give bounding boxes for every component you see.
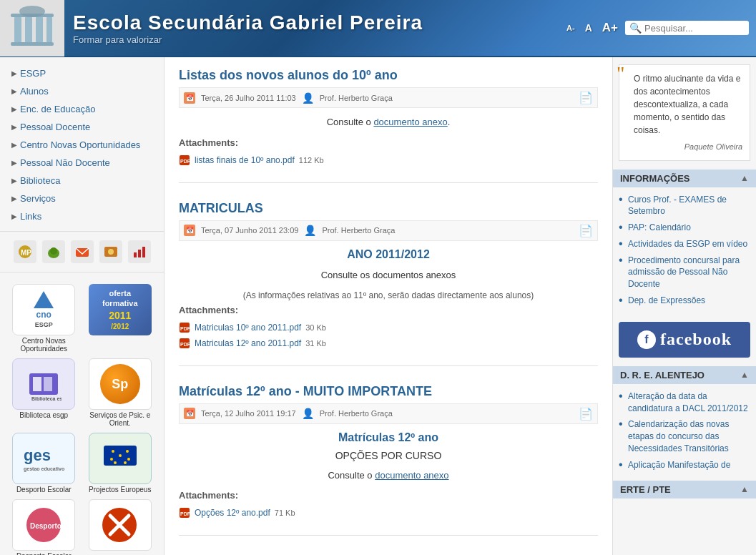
dre-item-1[interactable]: • Calendarização das novas etapas do con… (619, 416, 750, 456)
bullet-icon: • (619, 391, 624, 402)
sidebar-label-pessoal-docente: Pessoal Docente (20, 122, 90, 132)
dre-header[interactable]: D. R. E. ALENTEJO ▲ (613, 366, 756, 384)
sidebar-icon-mail[interactable] (71, 240, 94, 263)
svg-point-24 (119, 454, 122, 457)
dre-item-0-text: Alteração da data da candidatura a DACL … (628, 391, 750, 415)
sidebar-item-alunos[interactable]: ▶ Alunos (0, 82, 164, 100)
sidebar-icon-chart[interactable] (128, 240, 151, 263)
sidebar-item-servicos[interactable]: ▶ Serviços (0, 190, 164, 207)
sidebar: ▶ ESGP ▶ Alunos ▶ Enc. de Educação ▶ Pes… (0, 57, 165, 555)
svg-text:gestao educativo: gestao educativo (24, 466, 64, 472)
doc-link-1[interactable]: documento anexo (373, 117, 447, 127)
svg-rect-14 (134, 252, 137, 257)
article-3-author: Prof. Herberto Graça (320, 409, 393, 418)
sidebar-item-pessoal-nao-docente[interactable]: ▶ Pessoal Não Docente (0, 154, 164, 172)
bullet-icon: • (619, 459, 624, 471)
facebook-label: facebook (660, 330, 732, 349)
header: Escola Secundária Gabriel Pereira Formar… (0, 0, 756, 57)
sidebar-logo-x[interactable] (85, 499, 156, 555)
sidebar-item-biblioteca[interactable]: ▶ Biblioteca (0, 172, 164, 190)
dre-item-2[interactable]: • Aplicação Manifestação de (619, 457, 750, 473)
biblioteca-label: Biblioteca esgp (19, 411, 68, 419)
sidebar-label-biblioteca: Biblioteca (20, 175, 60, 186)
svg-text:PDF: PDF (180, 342, 190, 347)
date-icon-3: 📅 (184, 408, 195, 419)
svg-text:ges: ges (24, 446, 51, 464)
sidebar-item-enc-educacao[interactable]: ▶ Enc. de Educação (0, 100, 164, 118)
article-3-meta: 📅 Terça, 12 Julho 2011 19:17 👤 Prof. Her… (179, 403, 598, 424)
article-2-note: (As informações relativas ao 11º ano, se… (179, 290, 598, 300)
attachment-2-1[interactable]: PDF Matriculas 12º ano 2011.pdf 31 Kb (179, 335, 598, 351)
article-3-subheading: OPÇÕES POR CURSO (179, 450, 598, 461)
svg-rect-16 (142, 247, 145, 257)
dre-item-2-text: Aplicação Manifestação de (628, 459, 730, 471)
font-size-small-button[interactable]: A- (564, 22, 578, 34)
info-item-3[interactable]: • Procedimento concursal para admissão d… (619, 252, 750, 293)
attachment-3-0[interactable]: PDF Opções 12º ano.pdf 71 Kb (179, 505, 598, 521)
search-input[interactable] (644, 23, 745, 34)
desporto-label: Desporto Escolar (16, 552, 72, 555)
svg-text:Biblioteca esgp: Biblioteca esgp (31, 396, 62, 402)
info-item-1[interactable]: • PAP: Calendário (619, 220, 750, 236)
svg-point-25 (112, 450, 114, 453)
svg-point-6 (19, 6, 45, 17)
facebook-link[interactable]: f facebook (619, 322, 750, 358)
header-left: Escola Secundária Gabriel Pereira Formar… (0, 0, 423, 57)
sidebar-item-esgp[interactable]: ▶ ESGP (0, 64, 164, 82)
erte-header[interactable]: ERTE / PTE ▲ (613, 481, 756, 498)
sidebar-icon-mp[interactable]: MP (14, 240, 36, 263)
informacoes-label: INFORMAÇÕES (620, 173, 690, 184)
article-2-body: Consulte os documentos anexos (179, 268, 598, 283)
info-item-0[interactable]: • Curos Prof. - EXAMES de Setembro (619, 192, 750, 220)
info-item-4[interactable]: • Dep. de Expressões (619, 293, 750, 309)
pdf-icon: 📄 (579, 91, 593, 104)
sidebar-logo-desporto[interactable]: Desporto Desporto Escolar (9, 499, 79, 555)
sidebar-label-links: Links (20, 211, 41, 222)
attachments-label-2: Attachments: (179, 305, 598, 315)
attachment-3-0-size: 71 Kb (275, 509, 295, 517)
sidebar-item-centro-novas-oportunidades[interactable]: ▶ Centro Novas Oportunidades (0, 136, 164, 154)
article-1-title[interactable]: Listas dos novos alunos do 10º ano (179, 68, 598, 83)
sidebar-item-links[interactable]: ▶ Links (0, 207, 164, 225)
date-icon: 📅 (184, 92, 195, 104)
sidebar-logo-oferta[interactable]: oferta formativa 2011 /2012 (85, 284, 156, 353)
svg-rect-15 (138, 250, 141, 257)
article-1: Listas dos novos alunos do 10º ano 📅 Ter… (179, 68, 598, 183)
info-item-3-text: Procedimento concursal para admissão de … (628, 255, 750, 290)
article-2-title[interactable]: MATRICULAS (179, 201, 598, 216)
sidebar-logos: cno ESGP Centro Novas Oportunidades ofer… (0, 278, 164, 555)
attachment-1-0[interactable]: PDF listas finais de 10º ano.pdf 112 Kb (179, 152, 598, 168)
attachment-2-1-name: Matriculas 12º ano 2011.pdf (195, 338, 301, 348)
sidebar-logo-projectos[interactable]: Projectos Europeus (85, 433, 156, 493)
sidebar-logo-cno[interactable]: cno ESGP Centro Novas Oportunidades (9, 284, 79, 353)
section-collapse-icon-3: ▲ (740, 484, 749, 494)
svg-rect-1 (14, 17, 21, 42)
doc-link-3[interactable]: documento anexo (375, 470, 448, 481)
quote-mark-icon: " (617, 64, 624, 84)
svg-point-13 (108, 249, 114, 255)
article-3-title[interactable]: Matrículas 12º ano - MUITO IMPORTANTE (179, 384, 598, 399)
sidebar-logo-ges[interactable]: ges gestao educativo Desporto Escolar (9, 433, 79, 493)
svg-point-27 (110, 458, 113, 461)
article-1-body: Consulte o documento anexo. (179, 115, 598, 130)
font-size-medium-button[interactable]: A (582, 21, 595, 35)
date-icon-2: 📅 (184, 225, 195, 236)
section-collapse-icon: ▲ (740, 173, 749, 183)
font-size-large-button[interactable]: A+ (599, 19, 621, 36)
dre-item-0[interactable]: • Alteração da data da candidatura a DAC… (619, 388, 750, 417)
article-2-heading: ANO 2011/2012 (179, 248, 598, 261)
sidebar-icons-row: MP (0, 231, 164, 272)
sidebar-label-servicos: Serviços (20, 193, 56, 204)
sidebar-item-pessoal-docente[interactable]: ▶ Pessoal Docente (0, 118, 164, 136)
article-3-heading: Matrículas 12º ano (179, 431, 598, 444)
sidebar-logo-biblioteca[interactable]: Biblioteca esgp Biblioteca esgp (9, 358, 79, 427)
svg-rect-2 (25, 17, 32, 42)
info-item-2[interactable]: • Actividades da ESGP em vídeo (619, 236, 750, 252)
sidebar-icon-leaf[interactable] (42, 240, 65, 263)
sidebar-icon-photo[interactable] (99, 240, 122, 263)
informacoes-header[interactable]: INFORMAÇÕES ▲ (613, 170, 756, 187)
sidebar-logo-servicos[interactable]: Sp Serviços de Psic. e Orient. (85, 358, 156, 427)
dre-label: D. R. E. ALENTEJO (620, 370, 705, 380)
attachment-2-0[interactable]: PDF Matriculas 10º ano 2011.pdf 30 Kb (179, 320, 598, 335)
user-icon: 👤 (302, 92, 314, 104)
